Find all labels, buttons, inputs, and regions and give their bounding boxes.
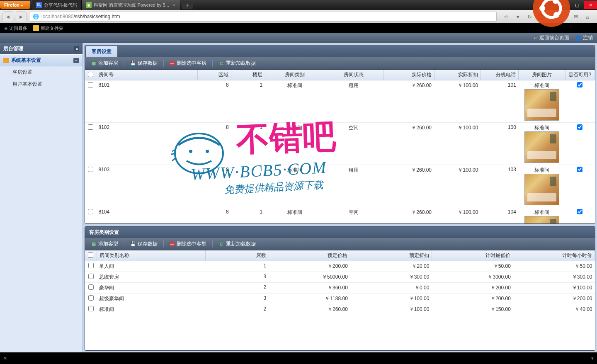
tab-room-settings[interactable]: 客房设置 <box>86 46 117 57</box>
cell-min-price: ￥50.00 <box>432 261 513 272</box>
table-row[interactable]: 豪华间 2 ￥360.00 ￥0.00 ￥200.00 ￥100.00 <box>85 283 595 294</box>
sidebar-section[interactable]: 系统基本设置 − <box>0 54 83 66</box>
available-checkbox[interactable] <box>577 167 582 172</box>
cell-status: 空闲 <box>324 123 383 165</box>
new-tab-button[interactable]: + <box>182 1 193 9</box>
abp-icon[interactable]: ABP <box>537 13 545 20</box>
reload-icon[interactable]: ↻ <box>526 13 533 20</box>
col-extension[interactable]: 分机电话 <box>481 70 519 80</box>
sidebar-item-room-settings[interactable]: 客房设置 <box>0 66 83 78</box>
bookmark-star-icon[interactable]: ☆ <box>502 13 510 20</box>
back-to-front-link[interactable]: ↩ 返回前台页面 <box>534 34 569 41</box>
table-row[interactable]: 总统套房 3 ￥50000.00 ￥300.00 ￥3000.00 ￥300.0… <box>85 272 595 283</box>
sidebar-item-user-settings[interactable]: 用户基本设置 <box>0 78 83 90</box>
row-checkbox[interactable] <box>88 167 93 172</box>
table-row[interactable]: 单人间 1 ￥200.00 ￥20.00 ￥50.00 ￥50.00 <box>85 261 595 272</box>
col-min-price[interactable]: 计时最低价 <box>432 250 513 261</box>
tab-close-icon[interactable]: × <box>172 2 176 8</box>
table-row[interactable]: 8104 8 1 标准间 空闲 ￥260.00 ￥100.00 104 标准间 <box>85 207 595 224</box>
room-image <box>524 174 559 205</box>
col-available[interactable]: 是否可用? <box>565 70 595 80</box>
bookmark-folder[interactable]: 新建文件夹 <box>33 25 63 32</box>
url-input[interactable]: 🌐 localhost:8080/ssh/basicsetting.htm <box>29 12 497 22</box>
col-hour-price[interactable]: 计时每小时价 <box>513 250 595 261</box>
row-checkbox[interactable] <box>88 124 93 130</box>
collapse-icon[interactable]: − <box>73 58 79 63</box>
cell-beds: 1 <box>205 261 269 272</box>
save-button[interactable]: 💾保存数据 <box>127 59 161 68</box>
available-checkbox[interactable] <box>577 209 582 214</box>
cell-room-number: 8101 <box>96 80 198 123</box>
logout-link[interactable]: 👤 注销 <box>575 34 593 41</box>
cell-hour-price: ￥40.00 <box>513 304 595 315</box>
col-beds[interactable]: 床数 <box>205 250 269 261</box>
row-checkbox[interactable] <box>88 82 93 87</box>
row-checkbox[interactable] <box>88 263 94 268</box>
col-book-price[interactable]: 预定价格 <box>269 250 350 261</box>
separator <box>163 240 164 248</box>
table-row[interactable]: 8102 8 1 标准间 空闲 ￥260.00 ￥100.00 100 标准间 <box>85 123 595 165</box>
firefox-menu-button[interactable]: Firefox <box>0 1 30 9</box>
globe-icon: 🌐 <box>33 14 39 19</box>
col-book-discount[interactable]: 预定折扣 <box>350 250 432 261</box>
home-icon[interactable]: ⌂ <box>584 13 591 20</box>
save-icon: 💾 <box>130 61 136 66</box>
col-floor[interactable]: 楼层 <box>231 70 265 80</box>
maximize-button[interactable]: ▢ <box>570 1 584 9</box>
mail-icon[interactable]: ✉ <box>572 13 580 20</box>
select-all-checkbox[interactable] <box>88 72 93 77</box>
col-image[interactable]: 房间图片 <box>519 70 565 80</box>
reload-button[interactable]: C重新加载数据 <box>215 240 259 248</box>
address-bar: ◄ ► 🌐 localhost:8080/ssh/basicsetting.ht… <box>0 10 597 23</box>
col-area[interactable]: 区域 <box>197 70 231 80</box>
col-price[interactable]: 实际价格 <box>383 70 434 80</box>
table-row[interactable]: 超级豪华间 3 ￥1188.00 ￥100.00 ￥200.00 ￥200.00 <box>85 294 595 304</box>
row-checkbox[interactable] <box>88 284 94 290</box>
col-type-name[interactable]: 房间类别名称 <box>97 250 205 261</box>
bookmark-most-visited[interactable]: ◈ 访问最多 <box>4 25 27 32</box>
add-type-button[interactable]: ▦添加客型 <box>87 240 121 248</box>
browser-tab[interactable]: 码 分享代码-最代码 <box>32 0 82 10</box>
row-checkbox[interactable] <box>88 274 94 279</box>
back-button[interactable]: ◄ <box>2 11 13 22</box>
available-checkbox[interactable] <box>577 124 582 130</box>
col-room-type[interactable]: 房间类别 <box>265 70 324 80</box>
extension-icon[interactable]: 📑 <box>561 13 568 20</box>
minimize-button[interactable]: — <box>557 1 570 9</box>
available-checkbox[interactable] <box>577 82 582 87</box>
table-row[interactable]: 8101 8 1 标准间 租用 ￥260.00 ￥100.00 101 标准间 <box>85 80 595 123</box>
delete-type-button[interactable]: —删除选中客型 <box>166 240 210 248</box>
room-type-panel: 客房类别设置 ▦添加客型 💾保存数据 —删除选中客型 C重新加载数据 <box>85 226 595 351</box>
browser-tab-active[interactable]: ◉ 科帮网 酒店管理系统 Powered by 5... × <box>82 0 180 10</box>
table-row[interactable]: 8103 8 1 标准间 租用 ￥260.00 ￥100.00 103 标准间 <box>85 165 595 207</box>
cell-hour-price: ￥300.00 <box>513 272 595 283</box>
select-all-header[interactable] <box>85 250 97 261</box>
reload-button[interactable]: C重新加载数据 <box>215 59 259 68</box>
sidebar-collapse-button[interactable]: « <box>74 46 79 51</box>
table-row[interactable]: 标准间 2 ￥260.00 ￥100.00 ￥150.00 ￥40.00 <box>85 304 595 315</box>
col-room-number[interactable]: 房间号 <box>96 70 198 80</box>
table-header-row: 房间类别名称 床数 预定价格 预定折扣 计时最低价 计时每小时价 <box>85 250 595 261</box>
select-all-header[interactable] <box>85 70 96 80</box>
save-button[interactable]: 💾保存数据 <box>127 240 161 248</box>
extension-icon[interactable]: ⚙ <box>549 13 556 20</box>
reload-icon: C <box>218 241 224 247</box>
cell-beds: 3 <box>205 294 269 304</box>
row-checkbox[interactable] <box>88 295 94 301</box>
col-discount[interactable]: 实际折扣 <box>434 70 481 80</box>
bookmark-label: 访问最多 <box>9 25 27 32</box>
forward-button[interactable]: ► <box>16 11 27 22</box>
row-checkbox[interactable] <box>88 209 93 214</box>
room-table: 房间号 区域 楼层 房间类别 房间状态 实际价格 实际折扣 分机电话 房间图片 … <box>85 70 595 223</box>
cell-extension: 101 <box>481 80 519 123</box>
dropdown-icon[interactable]: ▾ <box>514 13 522 20</box>
add-room-button[interactable]: ▦添加客房 <box>87 59 121 68</box>
room-type-table: 房间类别名称 床数 预定价格 预定折扣 计时最低价 计时每小时价 单人间 1 ￥… <box>85 250 595 315</box>
close-button[interactable]: ✕ <box>584 1 597 9</box>
col-room-status[interactable]: 房间状态 <box>324 70 383 80</box>
cell-type-name: 豪华间 <box>97 283 205 294</box>
select-all-checkbox[interactable] <box>88 252 93 258</box>
row-checkbox[interactable] <box>88 306 94 311</box>
delete-room-button[interactable]: —删除选中客房 <box>166 59 210 68</box>
btn-label: 保存数据 <box>138 60 158 67</box>
